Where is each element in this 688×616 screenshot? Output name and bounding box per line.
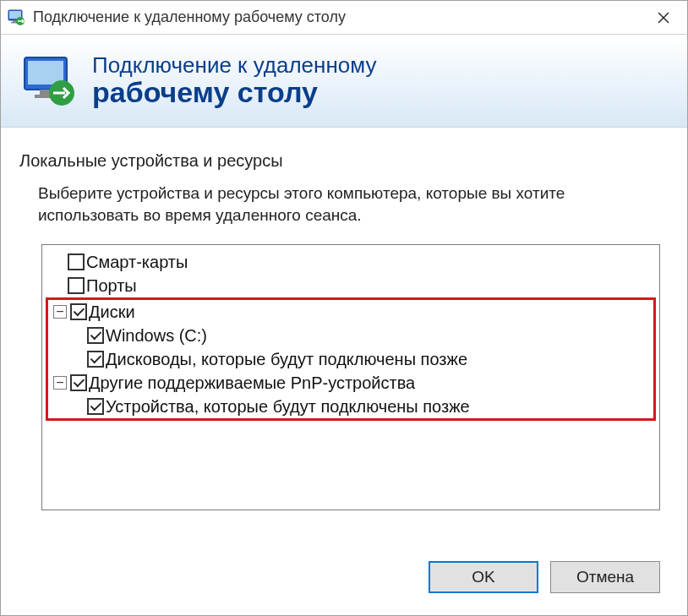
tree-item-label[interactable]: Windows (C:) (106, 326, 207, 346)
tree-row: −Другие поддерживаемые PnP-устройства (48, 371, 653, 395)
checkbox[interactable] (87, 398, 104, 415)
checkbox[interactable] (87, 327, 104, 344)
tree-item-label[interactable]: Порты (86, 276, 137, 296)
section-description: Выберите устройства и ресурсы этого комп… (38, 183, 660, 226)
close-icon (658, 12, 669, 24)
ok-button[interactable]: OK (429, 561, 538, 593)
checkbox[interactable] (70, 303, 87, 320)
tree-row: Порты (46, 274, 656, 297)
device-tree[interactable]: Смарт-картыПорты−ДискиWindows (C:)Дисков… (41, 244, 660, 510)
checkbox[interactable] (87, 351, 104, 368)
tree-row: −Диски (48, 300, 653, 324)
highlight-annotation: −ДискиWindows (C:)Дисководы, которые буд… (46, 297, 656, 421)
tree-item-label[interactable]: Дисководы, которые будут подключены позж… (106, 350, 467, 369)
banner-line1: Подключение к удаленному (92, 53, 376, 78)
checkbox[interactable] (70, 374, 87, 391)
window-title: Подключение к удаленному рабочему столу (33, 8, 643, 26)
tree-item-label[interactable]: Диски (89, 303, 135, 322)
checkbox[interactable] (68, 253, 85, 270)
collapse-icon[interactable]: − (53, 305, 67, 319)
close-button[interactable] (643, 2, 684, 34)
tree-row: Устройства, которые будут подключены поз… (48, 395, 653, 418)
cancel-button[interactable]: Отмена (550, 561, 660, 593)
rdp-dialog: Подключение к удаленному рабочему столу … (0, 0, 688, 616)
banner-line2: рабочему столу (92, 77, 376, 108)
rdp-banner-icon (21, 52, 79, 110)
button-row: OK Отмена (19, 542, 669, 600)
title-bar: Подключение к удаленному рабочему столу (1, 1, 687, 35)
tree-row: Windows (C:) (48, 324, 653, 347)
checkbox[interactable] (68, 277, 85, 294)
collapse-icon[interactable]: − (53, 376, 67, 390)
tree-item-label[interactable]: Другие поддерживаемые PnP-устройства (89, 373, 415, 393)
header-banner: Подключение к удаленному рабочему столу (1, 35, 687, 128)
tree-item-label[interactable]: Устройства, которые будут подключены поз… (106, 397, 470, 417)
banner-text: Подключение к удаленному рабочему столу (92, 53, 376, 109)
content-area: Локальные устройства и ресурсы Выберите … (1, 128, 687, 615)
tree-row: Смарт-карты (46, 250, 656, 274)
tree-row: Дисководы, которые будут подключены позж… (48, 347, 653, 371)
section-title: Локальные устройства и ресурсы (19, 151, 669, 171)
tree-item-label[interactable]: Смарт-карты (86, 253, 188, 272)
rdp-icon (8, 8, 26, 27)
